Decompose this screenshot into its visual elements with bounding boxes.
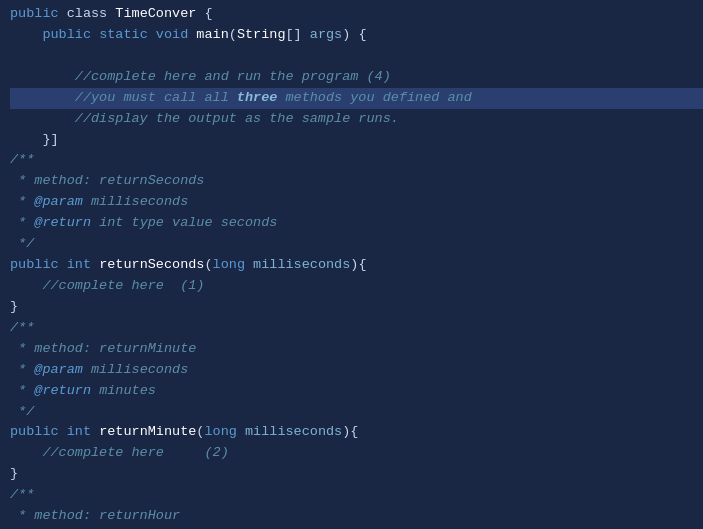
code-line: } xyxy=(10,464,703,485)
code-line-highlight: //you must call all three methods you de… xyxy=(10,88,703,109)
code-line-javadoc: */ xyxy=(10,402,703,423)
code-line-method: public int returnSeconds(long millisecon… xyxy=(10,255,703,276)
code-line-javadoc: * @return minutes xyxy=(10,381,703,402)
code-line-javadoc: * @param milliseconds xyxy=(10,192,703,213)
code-line: }] xyxy=(10,130,703,151)
code-line-javadoc: * method: returnHour xyxy=(10,506,703,527)
code-line xyxy=(10,46,703,67)
code-line-method: public int returnMinute(long millisecond… xyxy=(10,422,703,443)
code-line: } xyxy=(10,297,703,318)
code-line-javadoc: * @return int type value seconds xyxy=(10,213,703,234)
code-line-javadoc: * @param milliseconds xyxy=(10,360,703,381)
code-line: public class TimeConver { xyxy=(10,4,703,25)
code-line-javadoc: * method: returnMinute xyxy=(10,339,703,360)
code-line-javadoc: */ xyxy=(10,234,703,255)
code-line-comment: //complete here (1) xyxy=(10,276,703,297)
code-line-javadoc: /** xyxy=(10,150,703,171)
code-line: public static void main(String[] args) { xyxy=(10,25,703,46)
code-line-comment: //complete here (2) xyxy=(10,443,703,464)
code-line-javadoc: /** xyxy=(10,318,703,339)
code-editor: public class TimeConver { public static … xyxy=(0,0,703,529)
code-line-comment: //display the output as the sample runs. xyxy=(10,109,703,130)
code-block: public class TimeConver { public static … xyxy=(0,0,703,529)
code-line-javadoc: * method: returnSeconds xyxy=(10,171,703,192)
code-line-javadoc: /** xyxy=(10,485,703,506)
code-line-comment: //complete here and run the program (4) xyxy=(10,67,703,88)
